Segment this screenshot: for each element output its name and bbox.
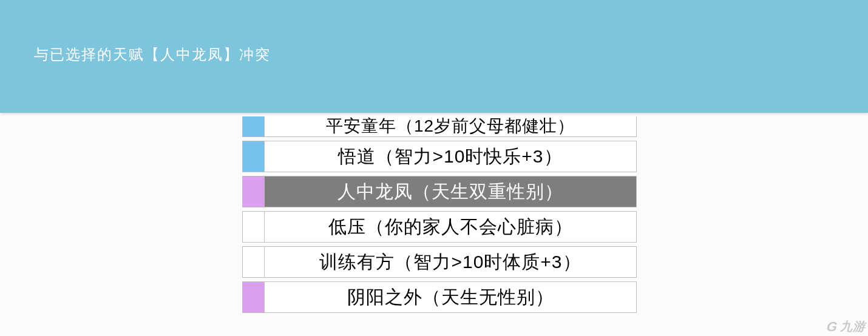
talent-label: 训练有方（智力>10时体质+3）: [265, 247, 636, 277]
talent-row-selected[interactable]: 人中龙凤（天生双重性别）: [242, 176, 637, 207]
rarity-tag-icon: [243, 282, 265, 312]
talent-label: 阴阳之外（天生无性别）: [265, 282, 636, 312]
rarity-tag-icon: [243, 247, 265, 277]
notification-banner: 与已选择的天赋【人中龙凤】冲突: [0, 0, 868, 113]
rarity-tag-icon: [243, 116, 265, 136]
watermark: G 九游: [827, 318, 866, 335]
talent-row[interactable]: 阴阳之外（天生无性别）: [242, 281, 637, 313]
talent-label: 低压（你的家人不会心脏病）: [265, 212, 636, 242]
rarity-tag-icon: [243, 176, 265, 207]
talent-row[interactable]: 训练有方（智力>10时体质+3）: [242, 246, 637, 278]
watermark-logo-icon: G: [826, 319, 839, 335]
talent-label: 平安童年（12岁前父母都健壮）: [265, 116, 636, 136]
talent-list: 平安童年（12岁前父母都健壮） 悟道（智力>10时快乐+3） 人中龙凤（天生双重…: [242, 113, 637, 317]
talent-row[interactable]: 悟道（智力>10时快乐+3）: [242, 141, 637, 172]
banner-message: 与已选择的天赋【人中龙凤】冲突: [34, 45, 271, 64]
talent-row[interactable]: 平安童年（12岁前父母都健壮）: [242, 116, 637, 137]
talent-label: 人中龙凤（天生双重性别）: [265, 176, 636, 207]
rarity-tag-icon: [243, 212, 265, 242]
watermark-text: 九游: [840, 318, 866, 335]
talent-label: 悟道（智力>10时快乐+3）: [265, 141, 636, 172]
talent-row[interactable]: 低压（你的家人不会心脏病）: [242, 211, 637, 243]
rarity-tag-icon: [243, 141, 265, 172]
